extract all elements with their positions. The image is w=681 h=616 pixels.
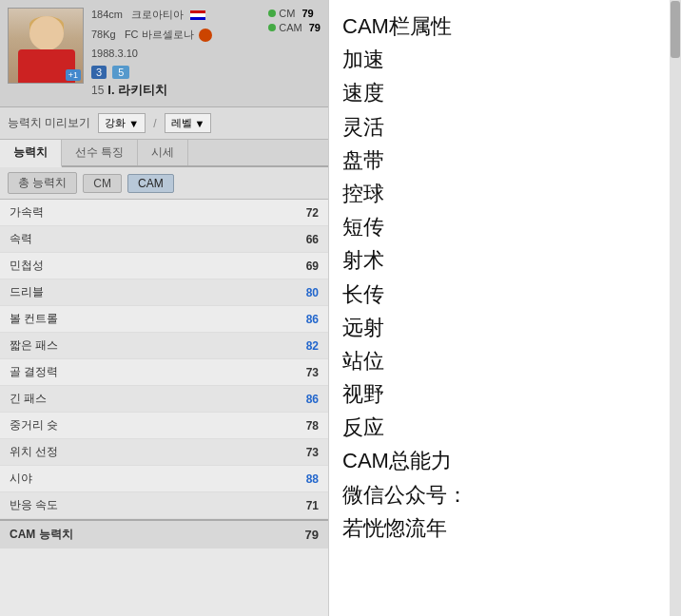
info-line-0: CAM栏属性 — [342, 10, 668, 43]
info-line-5: 控球 — [342, 177, 668, 210]
table-row: 중거리 슛 78 — [0, 413, 328, 439]
dropdown-level[interactable]: 레벨 ▼ — [165, 113, 212, 133]
right-panel: CAM栏属性 加速 速度 灵活 盘带 控球 短传 射术 长传 远射 站位 视野 … — [328, 0, 681, 616]
tab-player-traits[interactable]: 선수 특징 — [62, 140, 138, 165]
player-header: +1 184cm 크로아티아 78Kg FC 바르셀로나 1988.3.10 — [0, 0, 328, 107]
info-line-15: 若恍惚流年 — [342, 511, 668, 545]
stats-table: 가속력 72 속력 66 민첩성 69 드리블 80 볼 컨트롤 86 짧은 패… — [0, 200, 328, 616]
table-row: 가속력 72 — [0, 200, 328, 226]
left-panel: +1 184cm 크로아티아 78Kg FC 바르셀로나 1988.3.10 — [0, 0, 328, 616]
controls-label: 능력치 미리보기 — [8, 115, 90, 131]
scrollbar[interactable] — [670, 0, 681, 616]
info-line-9: 远射 — [342, 311, 668, 344]
info-line-14: 微信公众号： — [342, 478, 668, 511]
table-row: 볼 컨트롤 86 — [0, 306, 328, 333]
rating-number: 3 — [91, 66, 107, 79]
table-row: 시야 88 — [0, 466, 328, 492]
info-text: CAM栏属性 加速 速度 灵活 盘带 控球 短传 射术 长传 远射 站位 视野 … — [342, 10, 668, 545]
scroll-thumb[interactable] — [671, 1, 680, 58]
table-row: 반응 속도 71 — [0, 492, 328, 519]
total-row: CAM 능력치 79 — [0, 519, 328, 549]
player-birthday: 1988.3.10 — [91, 48, 212, 59]
total-label: CAM 능력치 — [10, 527, 73, 543]
info-line-8: 长传 — [342, 278, 668, 311]
tabs-row: 능력치 선수 특징 시세 — [0, 140, 328, 167]
info-line-7: 射术 — [342, 243, 668, 277]
table-row: 긴 패스 86 — [0, 386, 328, 413]
table-row: 골 결정력 73 — [0, 359, 328, 386]
total-value: 79 — [305, 528, 319, 542]
separator: / — [153, 117, 156, 130]
controls-row: 능력치 미리보기 강화 ▼ / 레벨 ▼ — [0, 107, 328, 140]
cm-rating: CM 79 — [268, 8, 321, 19]
player-name: I. 라키티치 — [107, 82, 167, 99]
info-line-6: 短传 — [342, 210, 668, 243]
table-row: 민첩성 69 — [0, 253, 328, 279]
position-ratings: 3 5 — [91, 66, 321, 79]
table-row: 위치 선정 73 — [0, 439, 328, 466]
plus-badge: +1 — [66, 69, 81, 81]
dropdown-enhance[interactable]: 강화 ▼ — [98, 113, 146, 133]
info-line-12: 反应 — [342, 411, 668, 444]
info-line-11: 视野 — [342, 377, 668, 411]
sub-tab-cm[interactable]: CM — [83, 174, 122, 193]
player-info: 184cm 크로아티아 78Kg FC 바르셀로나 1988.3.10 C — [91, 8, 321, 99]
player-avatar: +1 — [8, 8, 84, 84]
info-line-13: CAM总能力 — [342, 444, 668, 477]
rating-star: 5 — [112, 66, 129, 79]
cam-rating: CAM 79 — [268, 22, 321, 33]
player-height-weight: 184cm 크로아티아 — [91, 8, 212, 22]
info-line-3: 灵活 — [342, 110, 668, 144]
table-row: 드리블 80 — [0, 279, 328, 306]
tab-abilities[interactable]: 능력치 — [0, 140, 62, 167]
player-name-row: 15 I. 라키티치 — [91, 82, 321, 99]
info-line-10: 站位 — [342, 344, 668, 377]
info-line-2: 速度 — [342, 76, 668, 109]
table-row: 짧은 패스 82 — [0, 333, 328, 359]
sub-tab-cam[interactable]: CAM — [127, 174, 174, 193]
sub-tab-total[interactable]: 총 능력치 — [8, 172, 77, 194]
player-number: 15 — [91, 84, 104, 97]
info-line-1: 加速 — [342, 43, 668, 76]
tab-market[interactable]: 시세 — [138, 140, 188, 165]
info-line-4: 盘带 — [342, 144, 668, 177]
sub-tabs-row: 총 능력치 CM CAM — [0, 167, 328, 200]
table-row: 속력 66 — [0, 226, 328, 253]
